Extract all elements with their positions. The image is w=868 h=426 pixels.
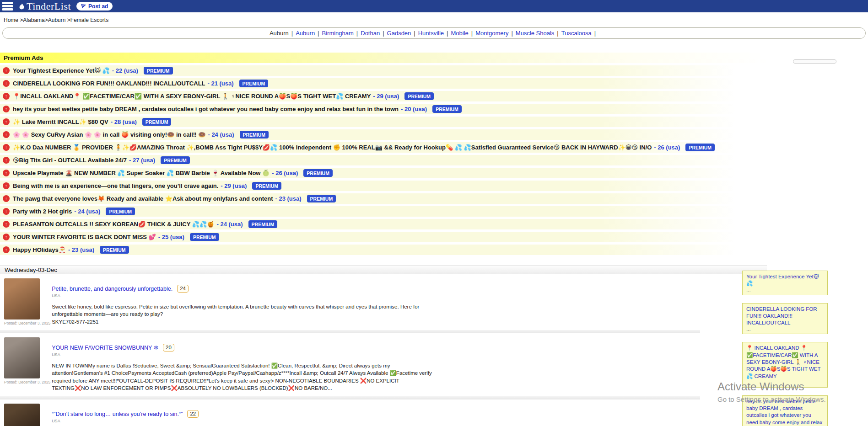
premium-ad-title[interactable]: 🌸 🌸 Sexy CuRvy Asian 🌸 🌸 in call 🍑 visit… [13, 131, 205, 138]
premium-ad-row: ↑Being with me is an experience—one that… [0, 181, 767, 191]
breadcrumb-link-auburn[interactable]: Auburn [48, 17, 66, 23]
up-arrow-icon: ↑ [3, 157, 10, 164]
listing-title-link[interactable]: Petite, brunette, and dangerously unforg… [52, 286, 173, 292]
premium-ad-title[interactable]: Happy HOlidays🎅 [13, 246, 66, 253]
premium-badge[interactable]: PREMIUM [100, 246, 129, 254]
listing-row: Posted: December 3, 2025YOUR NEW FAVORIT… [0, 333, 700, 392]
sidebar-ad-title[interactable]: hey its your best wettes petite baby DRE… [746, 398, 824, 426]
premium-ads-list: ↑Your Tightest Experience Yet🐱 💦 - 22 (u… [0, 65, 767, 255]
city-current: Auburn [270, 30, 289, 37]
premium-ad-age: - 23 (usa) [68, 246, 94, 253]
city-link-montgomery[interactable]: Montgomery [475, 30, 508, 37]
sidebar-ad-title[interactable]: 📍 INCALL OAKLAND 📍 ✅FACETIME/CAR✅ WITH A… [746, 345, 824, 379]
up-arrow-icon: ↑ [3, 67, 10, 74]
premium-ad-row: ↑✨K.O Daa NUMBER 🏅 PROVIDER 🧍✨💋AMAZING T… [0, 142, 767, 153]
premium-ad-title[interactable]: Your Tightest Experience Yet🐱 💦 [13, 67, 110, 74]
up-arrow-icon: ↑ [3, 221, 10, 228]
embedded-scrollbar[interactable] [793, 59, 836, 64]
premium-badge[interactable]: PREMIUM [106, 208, 135, 215]
sidebar-ad-box[interactable]: CINDERELLA LOOKING FOR FUN!!! OAKLAND!!!… [742, 303, 828, 335]
listing-title-row: “”Don’t stare too long… unless you’re re… [52, 410, 436, 418]
listing-thumbnail[interactable] [4, 404, 40, 426]
up-arrow-icon: ↑ [3, 144, 10, 151]
city-link-mobile[interactable]: Mobile [451, 30, 468, 37]
city-link-gadsden[interactable]: Gadsden [387, 30, 411, 37]
premium-badge[interactable]: PREMIUM [432, 105, 462, 113]
premium-ad-title[interactable]: CINDERELLA LOOKING FOR FUN!!! OAKLAND!!!… [13, 80, 205, 87]
city-separator: | [447, 30, 448, 37]
listing-title-row: Petite, brunette, and dangerously unforg… [52, 285, 436, 293]
premium-ad-title[interactable]: ✨K.O Daa NUMBER 🏅 PROVIDER 🧍✨💋AMAZING Th… [13, 144, 652, 151]
premium-badge[interactable]: PREMIUM [142, 118, 172, 126]
sidebar-ad-box[interactable]: 📍 INCALL OAKLAND 📍 ✅FACETIME/CAR✅ WITH A… [742, 342, 828, 387]
premium-ad-age: - 24 (usa) [74, 208, 100, 215]
listing-left-column: Posted: December 3, 2025 [0, 404, 50, 426]
premium-ad-age: - 21 (usa) [208, 80, 234, 87]
city-link-muscle-shoals[interactable]: Muscle Shoals [516, 30, 555, 37]
premium-badge[interactable]: PREMIUM [240, 131, 269, 138]
listing-posted-date: Posted: December 3, 2025 [4, 380, 50, 384]
premium-badge[interactable]: PREMIUM [144, 67, 173, 75]
breadcrumb-link-alabama[interactable]: Alabama [23, 17, 44, 23]
sidebar-ad-title[interactable]: Your Tightest Experience Yet🐱 💦 [746, 273, 824, 288]
listing-contact: SKYE702-577-2251 [52, 318, 436, 325]
listing-title-link[interactable]: “”Don’t stare too long… unless you’re re… [52, 411, 183, 417]
city-link-auburn[interactable]: Auburn [296, 30, 315, 37]
city-link-huntsville[interactable]: Huntsville [418, 30, 444, 37]
city-separator: | [383, 30, 384, 37]
listing-thumbnail[interactable] [4, 337, 40, 378]
city-link-birmingham[interactable]: Birmingham [322, 30, 354, 37]
premium-ad-title[interactable]: The pawg that everyone loves🦊 Ready and … [13, 195, 273, 202]
premium-ad-age: - 27 (usa) [129, 157, 155, 164]
up-arrow-icon: ↑ [3, 106, 10, 112]
listing-age-badge: 22 [187, 410, 199, 418]
premium-ad-title[interactable]: Upscale Playmate 🌋 NEW NUMBER 💦 Super So… [13, 170, 270, 176]
premium-ad-title[interactable]: Party with 2 Hot girls [13, 208, 72, 215]
premium-ad-age: - 24 (usa) [216, 221, 243, 228]
listing-posted-date: Posted: December 3, 2025 [4, 321, 50, 325]
sidebar-ad-more: ... [746, 288, 824, 293]
listing-divider [0, 330, 700, 333]
city-link-tuscaloosa[interactable]: Tuscaloosa [561, 30, 592, 37]
premium-ad-title[interactable]: 📍INCALL OAKLAND📍 ✅FACETIME/CAR✅ WITH A S… [13, 93, 371, 100]
listing-divider [0, 396, 700, 399]
premium-badge[interactable]: PREMIUM [252, 182, 281, 190]
premium-ad-title[interactable]: hey its your best wettes petite baby DRE… [13, 106, 399, 112]
sidebar-ad-box[interactable]: hey its your best wettes petite baby DRE… [742, 395, 828, 426]
hamburger-menu-icon[interactable] [1, 1, 14, 11]
premium-badge[interactable]: PREMIUM [307, 195, 336, 202]
sidebar-ad-box[interactable]: Your Tightest Experience Yet🐱 💦... [742, 271, 828, 295]
city-separator: | [511, 30, 512, 37]
up-arrow-icon: ↑ [3, 170, 10, 176]
listing-age-badge: 24 [177, 285, 189, 293]
up-arrow-icon: ↑ [3, 118, 10, 125]
date-header: Wednesday-03-Dec [0, 265, 767, 274]
breadcrumb-link-home[interactable]: Home [4, 17, 18, 23]
premium-badge[interactable]: PREMIUM [248, 220, 278, 228]
premium-badge[interactable]: PREMIUM [239, 80, 269, 87]
city-links-bar: Auburn|Auburn|Birmingham|Dothan|Gadsden|… [2, 27, 866, 39]
premium-ad-age: - 23 (usa) [275, 195, 301, 202]
breadcrumb-link-female-escorts[interactable]: Female Escorts [70, 17, 108, 23]
premium-badge[interactable]: PREMIUM [190, 233, 219, 241]
premium-ad-title[interactable]: Being with me is an experience—one that … [13, 182, 218, 189]
premium-badge[interactable]: PREMIUM [685, 144, 715, 151]
premium-ad-title[interactable]: YOUR WINTER FAVORITE IS BACK DONT MISS 💕 [13, 234, 156, 240]
listing-row: Posted: December 3, 2025“”Don’t stare to… [0, 399, 700, 426]
up-arrow-icon: ↑ [3, 246, 10, 253]
listing-title-link[interactable]: YOUR NEW FAVORITE SNOWBUNNY ❄ [52, 344, 158, 351]
premium-ad-title[interactable]: PLEASANTON OUTCALLS !! SEXY KOREAN💋 THIC… [13, 221, 214, 228]
premium-ad-title[interactable]: 😘Big Tits Girl - OUTCALL Available 24/7 [13, 157, 127, 164]
listing-body: “”Don’t stare too long… unless you’re re… [52, 404, 436, 426]
sidebar-ad-title[interactable]: CINDERELLA LOOKING FOR FUN!!! OAKLAND!!!… [746, 306, 824, 327]
listing-thumbnail[interactable] [4, 278, 40, 320]
premium-ad-age: - 29 (usa) [221, 182, 247, 189]
post-ad-button[interactable]: Post ad [76, 2, 113, 11]
premium-badge[interactable]: PREMIUM [303, 169, 333, 177]
premium-badge[interactable]: PREMIUM [404, 92, 434, 100]
up-arrow-icon: ↑ [3, 93, 10, 100]
brand-logo[interactable]: TinderList [18, 0, 71, 12]
premium-ad-title[interactable]: ✨ Lake Merritt INCALL✨ $80 QV [13, 118, 108, 125]
city-link-dothan[interactable]: Dothan [361, 30, 380, 37]
premium-badge[interactable]: PREMIUM [161, 156, 190, 164]
